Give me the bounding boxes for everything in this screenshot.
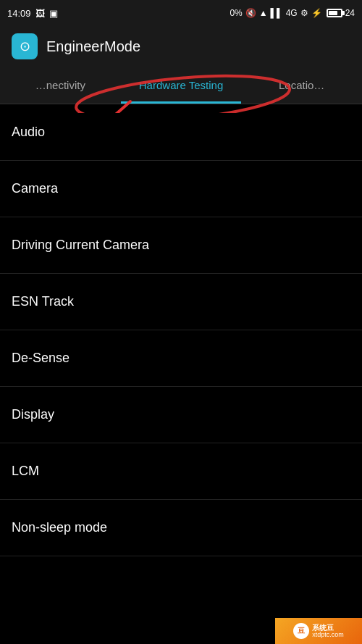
app-icon-symbol: ⊙ (20, 38, 30, 54)
list-item-driving-current-camera-label: Driving Current Camera (12, 238, 149, 253)
status-bar-right: 0% 🔇 ▲ ▌▌ 4G ⚙ ⚡ 24 (230, 8, 355, 18)
settings-icon: ⚙ (300, 8, 308, 18)
list-item-esn-track[interactable]: ESN Track (0, 274, 362, 330)
list-item-de-sense[interactable]: De-Sense (0, 330, 362, 387)
watermark-icon: 豆 (293, 623, 309, 639)
list-item-camera[interactable]: Camera (0, 161, 362, 217)
title-bar: ⊙ EngineerMode (0, 26, 362, 67)
app-icon: ⊙ (12, 33, 38, 59)
list-item-de-sense-label: De-Sense (12, 351, 70, 366)
list-item-audio[interactable]: Audio (0, 104, 362, 161)
tabs-container: …nectivity Hardware Testing Locatio… (0, 67, 362, 104)
watermark-line1: 系统豆 (312, 624, 344, 632)
status-bar: 14:09 🖼 ▣ 0% 🔇 ▲ ▌▌ 4G ⚙ ⚡ 24 (0, 0, 362, 26)
tab-hardware-testing-label: Hardware Testing (139, 79, 223, 91)
battery-percent: 0% (230, 8, 242, 18)
battery-icon (327, 9, 342, 17)
time-display: 14:09 (7, 8, 31, 19)
photo-icon: 🖼 (35, 8, 45, 19)
list-item-audio-label: Audio (12, 125, 45, 140)
charge-icon: ⚡ (311, 8, 322, 18)
app-title: EngineerMode (46, 38, 140, 55)
list-item-lcm[interactable]: LCM (0, 443, 362, 500)
watermark-text: 系统豆 xtdptc.com (312, 624, 344, 639)
tab-hardware-testing[interactable]: Hardware Testing (121, 67, 242, 104)
list-item-non-sleep-mode-label: Non-sleep mode (12, 520, 107, 535)
list-item-lcm-label: LCM (12, 464, 39, 479)
tab-connectivity[interactable]: …nectivity (0, 67, 121, 104)
watermark-line2: xtdptc.com (312, 632, 344, 639)
list-item-esn-track-label: ESN Track (12, 294, 74, 309)
list-item-driving-current-camera[interactable]: Driving Current Camera (0, 217, 362, 274)
signal-icon: ▌▌ (271, 8, 283, 18)
tab-connectivity-label: …nectivity (35, 79, 85, 91)
list-item-camera-label: Camera (12, 181, 58, 196)
list-container: Audio Camera Driving Current Camera ESN … (0, 104, 362, 556)
watermark: 豆 系统豆 xtdptc.com (275, 618, 362, 644)
mute-icon: 🔇 (245, 8, 256, 18)
list-item-display-label: Display (12, 407, 54, 422)
4g-icon: 4G (286, 8, 298, 18)
battery-level: 24 (345, 8, 355, 18)
notification-icon: ▣ (49, 8, 58, 19)
tab-location-label: Locatio… (279, 79, 324, 91)
tab-location[interactable]: Locatio… (241, 67, 362, 104)
list-item-display[interactable]: Display (0, 387, 362, 443)
wifi-icon: ▲ (259, 8, 268, 18)
status-bar-left: 14:09 🖼 ▣ (7, 8, 58, 19)
list-item-non-sleep-mode[interactable]: Non-sleep mode (0, 500, 362, 556)
